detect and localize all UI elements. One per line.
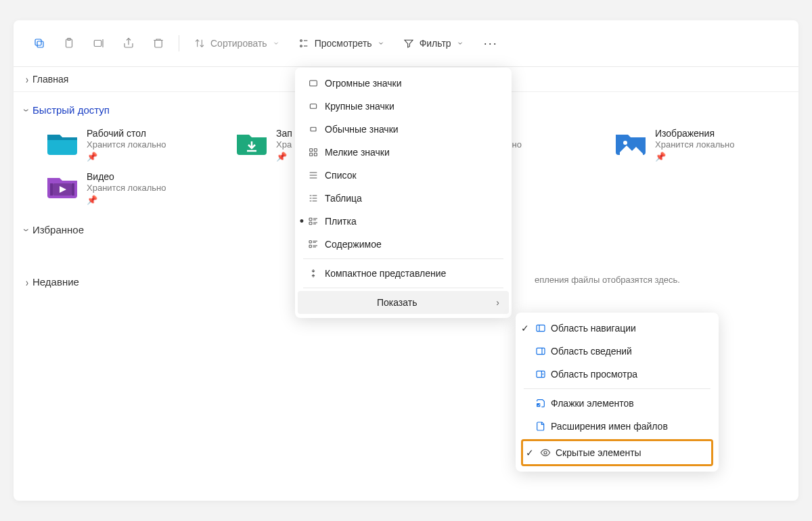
highlight-annotation: ✓ Скрытые элементы [521,439,713,466]
breadcrumb-text: Главная [32,74,68,85]
more-button[interactable]: ··· [474,37,508,51]
eye-icon [539,447,551,458]
chevron-down-icon: › [20,229,34,231]
section-title: Избранное [32,224,84,235]
menu-label: Скрытые элементы [556,447,641,458]
delete-button[interactable] [145,30,172,57]
svg-point-6 [300,40,302,42]
menu-item-show[interactable]: Показать › [298,291,509,314]
sort-dropdown[interactable]: Сортировать [186,34,288,53]
menu-item-checkboxes[interactable]: Флажки элементов [518,392,716,415]
view-label: Просмотреть [315,38,372,49]
folder-item[interactable]: Рабочий стол Хранится локально 📌 [43,125,233,164]
compact-icon [307,268,319,279]
menu-item-medium-icons[interactable]: Обычные значки [298,118,509,141]
chevron-down-icon [457,40,464,47]
item-location: Хранится локально [87,183,166,193]
menu-label: Таблица [325,193,362,204]
tiles-icon [307,216,319,227]
sort-label: Сортировать [210,38,267,49]
menu-item-preview-pane[interactable]: Область просмотра [518,363,716,386]
menu-item-extra-large-icons[interactable]: Огромные значки [298,72,509,95]
menu-label: Расширения имен файлов [551,421,668,432]
svg-rect-22 [309,245,311,247]
pin-icon: 📌 [87,152,166,162]
small-icons-icon [307,147,319,158]
pictures-folder-icon [614,128,647,156]
svg-point-7 [300,45,302,47]
menu-item-details[interactable]: Таблица [298,187,509,210]
favorites-hint: епления файлы отобразятся здесь. [535,275,680,285]
svg-rect-4 [94,41,102,47]
chevron-down-icon: › [20,109,34,112]
svg-rect-1 [35,39,41,45]
svg-rect-17 [310,153,313,156]
menu-item-compact[interactable]: Компактное представление [298,262,509,285]
desktop-folder-icon [46,128,78,156]
checkboxes-icon [535,398,547,409]
menu-item-nav-pane[interactable]: ✓ Область навигации [518,317,716,340]
menu-label: Список [325,170,357,181]
menu-label: Обычные значки [325,124,399,135]
svg-rect-13 [310,104,316,109]
menu-label: Компактное представление [325,268,446,279]
folder-item[interactable]: Видео Хранится локально 📌 [43,168,233,208]
videos-folder-icon [46,171,78,200]
pin-icon: 📌 [87,195,166,205]
svg-rect-25 [537,371,545,377]
toolbar: Сортировать Просмотреть Фильтр ··· [14,20,798,67]
svg-rect-15 [310,149,313,152]
svg-rect-19 [309,218,312,220]
menu-separator [524,388,710,389]
menu-item-large-icons[interactable]: Крупные значки [298,95,509,118]
filter-label: Фильтр [420,38,451,49]
menu-item-small-icons[interactable]: Мелкие значки [298,141,509,164]
content-icon [307,239,319,250]
svg-rect-20 [309,222,312,224]
menu-item-list[interactable]: Список [298,164,509,187]
rename-button[interactable] [85,30,112,57]
menu-item-details-pane[interactable]: Область сведений [518,340,716,363]
file-icon [535,421,547,432]
menu-label: Мелкие значки [325,147,390,158]
item-name: Зап [276,128,292,139]
svg-point-8 [623,141,627,145]
menu-label: Содержимое [325,239,382,250]
menu-label: Крупные значки [325,101,394,112]
svg-rect-11 [72,183,74,196]
share-button[interactable] [115,30,142,57]
item-location: Хра [276,139,292,150]
svg-rect-0 [37,41,43,47]
svg-rect-14 [311,127,316,131]
menu-item-hidden[interactable]: ✓ Скрытые элементы [523,441,711,464]
chevron-right-icon: › [496,297,499,308]
menu-item-tiles[interactable]: • Плитка [298,210,509,233]
svg-rect-10 [50,183,53,196]
view-dropdown[interactable]: Просмотреть [290,34,392,53]
svg-point-27 [544,451,547,454]
pin-icon: 📌 [655,152,734,162]
filter-dropdown[interactable]: Фильтр [395,34,472,53]
details-pane-icon [535,346,547,357]
menu-label: Область сведений [551,346,632,357]
menu-label: Плитка [325,216,357,227]
menu-item-content[interactable]: Содержимое [298,233,509,256]
menu-separator [303,288,503,288]
menu-item-extensions[interactable]: Расширения имен файлов [518,415,716,438]
svg-rect-18 [314,153,317,156]
bullet-icon: • [296,214,307,229]
show-submenu: ✓ Область навигации Область сведений Обл… [516,313,719,472]
paste-button[interactable] [55,30,83,57]
downloads-folder-icon [235,128,268,156]
chevron-right-icon: › [26,72,28,86]
toolbar-separator [179,35,179,51]
nav-pane-icon [535,323,547,334]
copy-button[interactable] [26,30,53,57]
item-name: Видео [87,171,166,182]
folder-item[interactable]: Изображения Хранится локально 📌 [612,125,798,164]
check-icon: ✓ [520,323,531,334]
chevron-down-icon [273,40,279,47]
menu-label: Флажки элементов [551,398,634,409]
svg-rect-5 [155,41,162,48]
preview-pane-icon [535,369,547,380]
